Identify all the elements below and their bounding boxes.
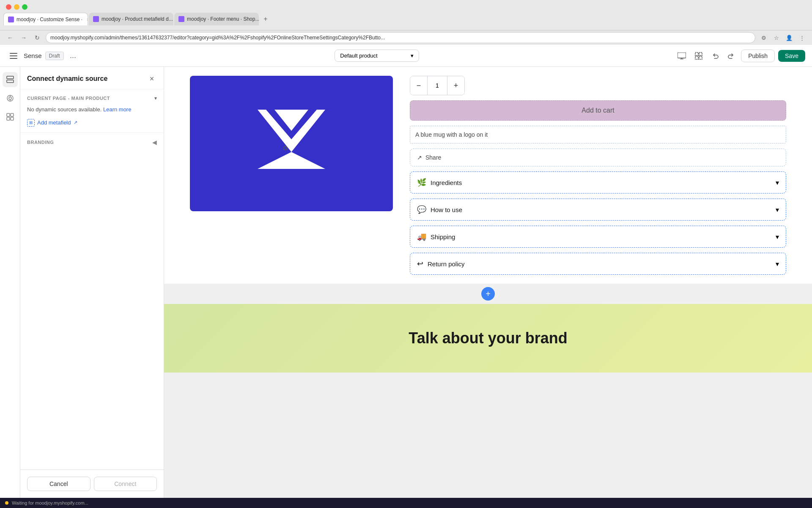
quantity-decrease-button[interactable]: − [410, 76, 427, 95]
menu-button[interactable]: ⋮ [797, 33, 807, 43]
browser-tab-2[interactable]: moodjoy · Product metafield d... × [89, 13, 173, 25]
tab-label-3: moodjoy · Footer menu · Shop... [187, 16, 259, 22]
panel-close-button[interactable]: × [147, 74, 157, 84]
product-image-area [190, 76, 393, 275]
accordion-chevron-how-to-use: ▾ [776, 206, 779, 214]
redo-button[interactable] [724, 49, 738, 63]
add-to-cart-button[interactable]: Add to cart [410, 100, 786, 121]
select-tool-button[interactable] [692, 49, 705, 63]
svg-rect-17 [11, 113, 14, 116]
accordion-chevron-ingredients: ▾ [776, 179, 779, 187]
learn-more-link[interactable]: Learn more [103, 106, 131, 113]
back-button[interactable]: ← [5, 33, 15, 43]
hamburger-icon [10, 53, 17, 59]
current-page-header[interactable]: CURRENT PAGE - MAIN PRODUCT ▾ [27, 95, 157, 101]
quantity-increase-button[interactable]: + [447, 76, 464, 95]
star-button[interactable]: ☆ [771, 33, 782, 43]
shipping-label: Shipping [431, 233, 455, 240]
accordion-shipping[interactable]: 🚚 Shipping ▾ [410, 226, 786, 248]
accordion-ingredients[interactable]: 🌿 Ingredients ▾ [410, 171, 786, 193]
quantity-value: 1 [427, 76, 447, 95]
apps-icon [6, 94, 14, 102]
tab-favicon-1 [8, 17, 14, 22]
share-button[interactable]: ↗ Share [410, 149, 786, 166]
current-page-section: CURRENT PAGE - MAIN PRODUCT ▾ No dynamic… [20, 89, 164, 133]
redo-icon [727, 52, 734, 59]
sections-icon-button[interactable] [3, 72, 18, 87]
status-dot [5, 501, 8, 505]
panel-header: Connect dynamic source × [20, 67, 164, 89]
address-bar[interactable]: moodjoy.myshopify.com/admin/themes/13614… [46, 32, 755, 43]
traffic-light-fullscreen[interactable] [22, 4, 27, 10]
status-text: Waiting for moodjoy.myshopify.com... [12, 500, 88, 505]
blocks-icon [6, 113, 14, 121]
svg-rect-7 [699, 52, 702, 55]
accordion-return-policy[interactable]: ↩ Return policy ▾ [410, 253, 786, 275]
svg-rect-1 [10, 55, 17, 56]
new-tab-button[interactable]: + [260, 13, 272, 25]
product-selector[interactable]: Default product ▾ [335, 50, 419, 62]
svg-rect-3 [678, 52, 686, 58]
traffic-light-close[interactable] [6, 4, 11, 10]
browser-tab-3[interactable]: moodjoy · Footer menu · Shop... × [174, 13, 259, 25]
save-button[interactable]: Save [778, 50, 805, 62]
product-image-svg [245, 101, 338, 186]
undo-button[interactable] [709, 49, 722, 63]
current-page-label: CURRENT PAGE - MAIN PRODUCT [27, 96, 110, 101]
tab-favicon-3 [178, 16, 184, 22]
accordion-list: 🌿 Ingredients ▾ 💬 How to use ▾ [410, 171, 786, 275]
return-policy-label: Return policy [428, 260, 465, 268]
shipping-icon: 🚚 [417, 232, 426, 241]
svg-rect-19 [11, 117, 14, 120]
branding-collapse-button[interactable]: ◀ [152, 139, 157, 146]
ingredients-icon: 🌿 [417, 178, 426, 187]
tab-label-1: moodjoy · Customize Sense · [16, 17, 82, 22]
svg-rect-18 [7, 117, 10, 120]
tab-close-1[interactable]: × [87, 17, 88, 22]
more-options-button[interactable]: ... [67, 50, 79, 62]
accordion-chevron-shipping: ▾ [776, 233, 779, 241]
canvas-area[interactable]: − 1 + Add to cart A blue mug with a logo… [164, 67, 812, 498]
metafield-icon: ⊞ [27, 119, 35, 127]
profile-button[interactable]: 👤 [784, 33, 794, 43]
traffic-light-minimize[interactable] [14, 4, 19, 10]
desktop-icon [678, 52, 686, 59]
svg-rect-0 [10, 53, 17, 54]
tab-label-2: moodjoy · Product metafield d... [102, 16, 173, 22]
add-section-button[interactable]: + [481, 287, 495, 301]
app-toolbar: Sense Draft ... Default product ▾ [0, 45, 812, 67]
tab-favicon-2 [93, 16, 99, 22]
publish-button[interactable]: Publish [741, 50, 775, 62]
svg-rect-8 [695, 56, 698, 59]
product-image [190, 76, 393, 211]
apps-icon-button[interactable] [3, 91, 18, 106]
blocks-icon-button[interactable] [3, 109, 18, 124]
refresh-button[interactable]: ↻ [32, 33, 42, 43]
connect-button[interactable]: Connect [94, 477, 157, 491]
svg-rect-10 [7, 76, 14, 79]
no-sources-text: No dynamic sources available. Learn more [27, 105, 157, 114]
sections-icon [6, 76, 14, 83]
svg-rect-6 [695, 52, 698, 55]
add-metafield-button[interactable]: ⊞ Add metafield ↗ [27, 119, 157, 127]
product-section: − 1 + Add to cart A blue mug with a logo… [164, 67, 812, 284]
accordion-how-to-use[interactable]: 💬 How to use ▾ [410, 199, 786, 221]
draft-badge[interactable]: Draft [45, 52, 64, 60]
forward-button[interactable]: → [19, 33, 29, 43]
extensions-button[interactable]: ⚙ [759, 33, 769, 43]
svg-marker-22 [258, 152, 325, 169]
undo-icon [712, 52, 719, 59]
product-info-area: − 1 + Add to cart A blue mug with a logo… [410, 76, 786, 275]
branding-section: BRANDING ◀ [20, 133, 164, 152]
browser-tab-1[interactable]: moodjoy · Customize Sense · × [3, 13, 88, 25]
cancel-button[interactable]: Cancel [27, 477, 91, 491]
product-selector-value: Default product [340, 52, 377, 59]
svg-point-13 [9, 97, 11, 99]
external-link-icon: ↗ [74, 120, 77, 125]
app-name: Sense [24, 52, 42, 59]
product-description: A blue mug with a logo on it [410, 126, 786, 144]
sidebar-toggle-button[interactable] [7, 49, 20, 63]
svg-rect-2 [10, 58, 17, 59]
desktop-view-button[interactable] [675, 49, 689, 63]
select-icon [695, 52, 702, 60]
